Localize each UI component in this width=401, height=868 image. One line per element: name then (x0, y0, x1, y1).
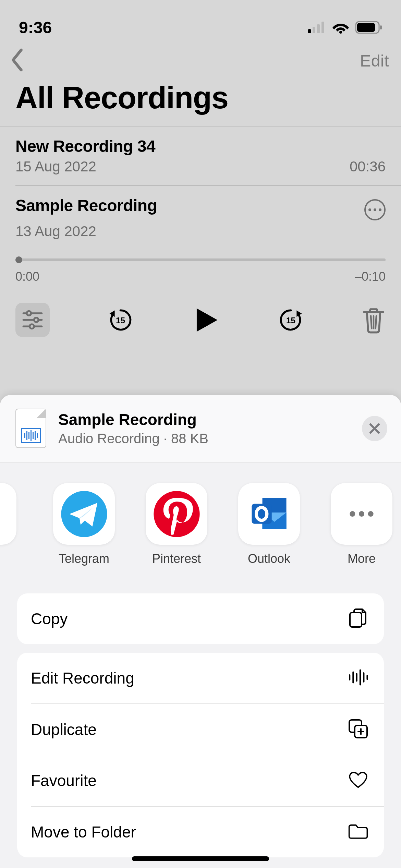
svg-rect-7 (380, 25, 382, 29)
sheet-header: Sample Recording Audio Recording · 88 KB (0, 395, 401, 462)
recording-duration: 00:36 (350, 158, 386, 175)
svg-point-33 (359, 511, 364, 517)
svg-point-4 (339, 31, 342, 34)
action-move-to-folder[interactable]: Move to Folder (17, 807, 384, 857)
action-edit-recording[interactable]: Edit Recording (17, 653, 384, 703)
cellular-icon (308, 22, 326, 33)
share-apps-row[interactable]: Telegram Pinterest (0, 462, 401, 587)
action-copy[interactable]: Copy (17, 593, 384, 644)
svg-point-11 (34, 318, 38, 322)
action-label: Favourite (31, 771, 97, 790)
action-favourite[interactable]: Favourite (17, 755, 384, 806)
action-label: Edit Recording (31, 669, 134, 687)
svg-line-21 (376, 316, 376, 329)
scrubber-current: 0:00 (15, 269, 39, 284)
play-button[interactable] (191, 305, 220, 335)
share-app-label: More (348, 552, 376, 566)
svg-text:15: 15 (286, 315, 295, 325)
share-app-label: Outlook (248, 552, 290, 566)
svg-rect-35 (350, 613, 362, 627)
heart-icon (348, 770, 368, 792)
svg-rect-3 (321, 22, 324, 33)
wifi-icon (332, 21, 349, 34)
share-app-label: Telegram (59, 552, 109, 566)
recording-row[interactable]: Sample Recording 13 Aug 2022 (0, 186, 401, 250)
forward-15-button[interactable]: 15 (278, 307, 304, 333)
sheet-file-info: Sample Recording Audio Recording · 88 KB (58, 410, 208, 446)
share-app-pinterest[interactable]: Pinterest (146, 483, 207, 566)
svg-rect-6 (357, 23, 375, 32)
sheet-title: Sample Recording (58, 410, 208, 429)
action-label: Duplicate (31, 720, 97, 739)
back-button[interactable] (9, 48, 26, 73)
status-bar: 9:36 (0, 0, 401, 45)
more-icon[interactable] (364, 199, 386, 220)
svg-line-19 (371, 316, 372, 329)
action-group: Copy (17, 593, 384, 644)
svg-point-34 (368, 511, 374, 517)
edit-button[interactable]: Edit (360, 51, 389, 70)
page-title: All Recordings (0, 80, 401, 126)
playback-controls: 15 15 (0, 284, 401, 351)
scrubber[interactable]: 0:00 –0:10 (0, 250, 401, 284)
recording-title: New Recording 34 (15, 137, 155, 156)
svg-rect-1 (313, 27, 315, 33)
share-app-telegram[interactable]: Telegram (53, 483, 115, 566)
recording-row[interactable]: New Recording 34 15 Aug 2022 00:36 (0, 126, 401, 185)
share-app-outlook[interactable]: Outlook (238, 483, 300, 566)
recording-date: 15 Aug 2022 (15, 158, 96, 175)
action-group: Edit Recording Duplicate (17, 653, 384, 857)
options-button[interactable] (15, 303, 50, 337)
svg-marker-16 (196, 308, 217, 331)
svg-point-32 (350, 511, 355, 517)
close-button[interactable] (362, 416, 387, 441)
file-audio-icon (15, 409, 46, 448)
home-indicator[interactable] (132, 856, 269, 861)
share-app-partial[interactable] (0, 483, 22, 566)
svg-point-13 (29, 324, 34, 329)
svg-text:15: 15 (116, 315, 125, 325)
svg-rect-2 (317, 24, 320, 33)
recording-title: Sample Recording (15, 196, 157, 215)
duplicate-icon (348, 719, 368, 740)
svg-rect-0 (308, 29, 311, 33)
action-duplicate[interactable]: Duplicate (17, 704, 384, 755)
share-app-label: Pinterest (152, 552, 201, 566)
share-app-more[interactable]: More (331, 483, 392, 566)
action-label: Copy (31, 610, 68, 628)
rewind-15-button[interactable]: 15 (108, 307, 133, 333)
share-sheet: Sample Recording Audio Recording · 88 KB (0, 395, 401, 868)
copy-icon (348, 608, 368, 630)
action-label: Move to Folder (31, 823, 136, 841)
status-time: 9:36 (19, 18, 52, 37)
scrubber-thumb[interactable] (15, 256, 22, 263)
delete-button[interactable] (362, 306, 386, 334)
battery-icon (355, 21, 382, 34)
nav-bar: Edit (0, 45, 401, 80)
svg-point-9 (27, 311, 31, 315)
folder-icon (348, 821, 368, 843)
waveform-icon (348, 667, 368, 689)
recording-date: 13 Aug 2022 (15, 223, 96, 240)
status-indicators (308, 21, 382, 34)
scrubber-remaining: –0:10 (355, 269, 386, 284)
sheet-subtitle: Audio Recording · 88 KB (58, 431, 208, 446)
